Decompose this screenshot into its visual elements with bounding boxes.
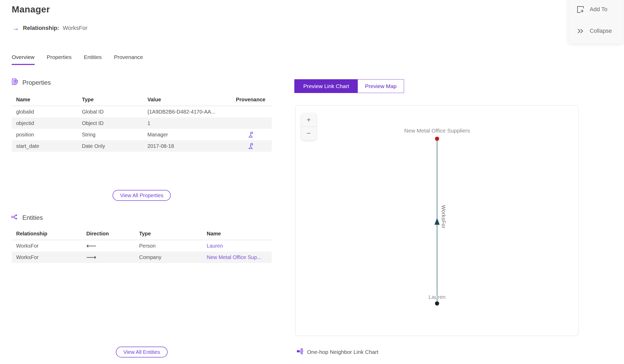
relationship-value: WorksFor (63, 25, 87, 31)
prop-name: objectid (12, 120, 77, 126)
table-row: WorksFor ⟵ Person Lauren (12, 240, 272, 252)
edge-label: WorksFor (440, 205, 446, 228)
prop-name: globalid (12, 109, 77, 115)
table-row: position String Manager (12, 129, 272, 140)
col-value: Value (143, 97, 230, 103)
preview-toggle-group: Preview Link Chart Preview Map (294, 79, 404, 93)
entity-relationship: WorksFor (12, 254, 82, 260)
prop-type: Object ID (77, 120, 143, 126)
entities-table: Relationship Direction Type Name WorksFo… (12, 228, 272, 263)
col-name: Name (202, 231, 272, 237)
prop-value: 1 (143, 120, 230, 126)
add-to-label: Add To (590, 6, 607, 13)
provenance-flag-icon[interactable] (247, 131, 254, 138)
col-type: Type (77, 97, 143, 103)
prop-value: {1A9DB2B6-D482-4170-AA... (143, 109, 230, 115)
relationship-arrow-icon: → (12, 25, 19, 31)
entity-direction: ⟵ (82, 242, 135, 249)
prop-type: String (77, 132, 143, 138)
double-chevron-right-icon (576, 27, 584, 35)
page-title: Manager (12, 4, 50, 15)
chart-caption: One-hop Neighbor Link Chart (296, 348, 378, 356)
table-row: start_date Date Only 2017-08-18 (12, 140, 272, 152)
prop-provenance (230, 143, 272, 149)
add-to-icon (576, 5, 584, 14)
table-row: WorksFor ⟶ Company New Metal Office Sup.… (12, 252, 272, 263)
zoom-in-button[interactable]: + (301, 113, 316, 127)
prop-type: Date Only (77, 143, 143, 149)
entities-section-title: Entities (22, 214, 43, 221)
tab-overview[interactable]: Overview (12, 54, 35, 65)
zoom-out-button[interactable]: − (301, 127, 316, 140)
prop-value: 2017-08-18 (143, 143, 230, 149)
zoom-controls: + − (301, 113, 316, 140)
link-chart-panel[interactable]: + − New Metal Office Suppliers WorksFor … (295, 105, 578, 336)
add-to-button[interactable]: Add To (576, 5, 607, 14)
entities-section-header: Entities (11, 213, 43, 222)
provenance-flag-icon[interactable] (247, 143, 254, 149)
tab-bar: Overview Properties Entities Provenance (12, 54, 143, 65)
view-all-properties-button[interactable]: View All Properties (113, 190, 171, 201)
actions-panel: Add To Collapse (568, 0, 623, 44)
col-direction: Direction (82, 231, 135, 237)
properties-icon (11, 78, 19, 87)
one-hop-network-icon (296, 348, 304, 356)
entity-type: Person (135, 243, 202, 249)
chart-caption-label: One-hop Neighbor Link Chart (307, 349, 378, 355)
properties-section-header: Properties (11, 78, 51, 87)
arrow-right-icon: ⟶ (86, 254, 96, 261)
entities-icon (11, 213, 19, 222)
entities-table-header: Relationship Direction Type Name (12, 228, 272, 240)
prop-type: Global ID (77, 109, 143, 115)
collapse-label: Collapse (590, 28, 612, 34)
col-name: Name (12, 97, 77, 103)
node-company[interactable] (435, 137, 439, 141)
prop-name: start_date (12, 143, 77, 149)
entity-name-link[interactable]: Lauren (207, 243, 223, 249)
node-label-person: Lauren (385, 294, 489, 300)
preview-link-chart-button[interactable]: Preview Link Chart (295, 80, 358, 93)
tab-provenance[interactable]: Provenance (114, 54, 143, 65)
node-person[interactable] (435, 301, 439, 306)
preview-map-button[interactable]: Preview Map (358, 80, 404, 93)
arrow-left-icon: ⟵ (86, 242, 96, 249)
prop-value: Manager (143, 132, 230, 138)
prop-provenance (230, 131, 272, 138)
relationship-subtitle: → Relationship: WorksFor (12, 25, 87, 31)
table-row: objectid Object ID 1 (12, 117, 272, 129)
edge-arrowhead-icon (434, 218, 440, 225)
tab-entities[interactable]: Entities (84, 54, 102, 65)
col-relationship: Relationship (12, 231, 82, 237)
node-label-company: New Metal Office Suppliers (385, 128, 489, 134)
collapse-button[interactable]: Collapse (576, 27, 612, 35)
view-all-entities-button[interactable]: View All Entities (116, 347, 168, 358)
entity-name-link[interactable]: New Metal Office Sup... (207, 254, 261, 260)
col-provenance: Provenance (230, 97, 272, 103)
properties-table: Name Type Value Provenance globalid Glob… (12, 94, 272, 152)
relationship-label: Relationship: (23, 25, 59, 31)
prop-name: position (12, 132, 77, 138)
entity-detail-page: Manager → Relationship: WorksFor Add To (0, 0, 624, 364)
col-type: Type (135, 231, 202, 237)
properties-table-header: Name Type Value Provenance (12, 94, 272, 106)
entity-type: Company (135, 254, 202, 260)
entity-direction: ⟶ (82, 254, 135, 261)
properties-section-title: Properties (22, 79, 51, 86)
entity-relationship: WorksFor (12, 243, 82, 249)
tab-properties[interactable]: Properties (47, 54, 72, 65)
table-row: globalid Global ID {1A9DB2B6-D482-4170-A… (12, 106, 272, 117)
